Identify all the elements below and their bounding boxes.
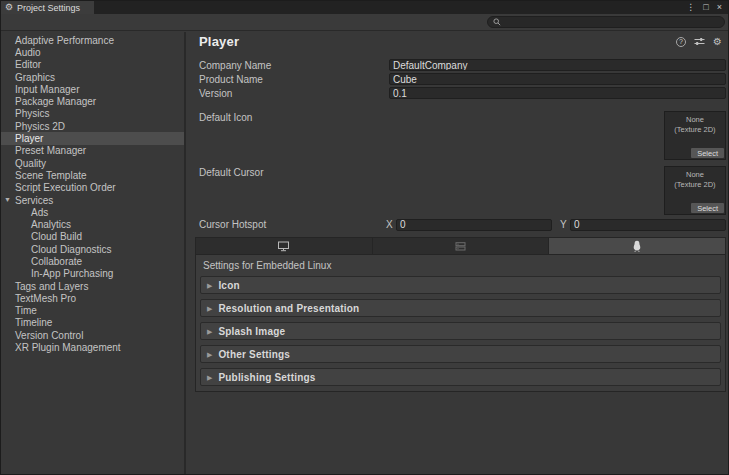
platform-tab-dedicated-server[interactable] (373, 238, 550, 254)
sidebar-item-analytics[interactable]: Analytics (1, 218, 184, 230)
field-row-version: Version (199, 86, 726, 100)
search-box[interactable] (487, 16, 725, 28)
sidebar-item-input-manager[interactable]: Input Manager (1, 83, 184, 95)
sidebar-item-cloud-diagnostics[interactable]: Cloud Diagnostics (1, 243, 184, 255)
sidebar-item-label: TextMesh Pro (15, 293, 76, 304)
sidebar-item-label: Ads (31, 207, 48, 218)
platform-tab-embedded-linux[interactable] (549, 238, 725, 254)
sidebar-item-label: Scene Template (15, 170, 87, 181)
window-tab-project-settings[interactable]: ⚙ Project Settings (1, 1, 94, 14)
select-button[interactable]: Select (691, 203, 724, 213)
sidebar-item-quality[interactable]: Quality (1, 157, 184, 169)
field-label: Company Name (199, 60, 389, 71)
foldout-collapsed-icon: ▶ (207, 305, 212, 312)
sidebar-item-label: Time (15, 305, 37, 316)
sidebar-item-timeline[interactable]: Timeline (1, 317, 184, 329)
sidebar-item-label: Preset Manager (15, 145, 86, 156)
sidebar-item-label: In-App Purchasing (31, 268, 113, 279)
sidebar-item-version-control[interactable]: Version Control (1, 329, 184, 341)
sidebar-item-editor[interactable]: Editor (1, 59, 184, 71)
version-input[interactable] (389, 87, 726, 99)
sidebar-item-label: Services (15, 195, 53, 206)
default-cursor-label: Default Cursor (199, 167, 263, 178)
sidebar-item-label: Physics (15, 108, 49, 119)
section-icon[interactable]: ▶Icon (200, 276, 721, 294)
texture-none-value: None (Texture 2D) (665, 115, 725, 135)
sidebar-item-textmesh-pro[interactable]: TextMesh Pro (1, 292, 184, 304)
hotspot-y-group: Y (560, 219, 726, 231)
field-label: Version (199, 88, 389, 99)
sidebar-item-scene-template[interactable]: Scene Template (1, 169, 184, 181)
player-text-fields: Company NameProduct NameVersion (199, 58, 726, 100)
section-label: Other Settings (218, 349, 290, 360)
hotspot-y-input[interactable] (570, 219, 726, 231)
section-resolution-and-presentation[interactable]: ▶Resolution and Presentation (200, 299, 721, 317)
sidebar-item-xr-plugin-management[interactable]: XR Plugin Management (1, 341, 184, 353)
sidebar-item-services[interactable]: ▼Services (1, 194, 184, 206)
titlebar: ⚙ Project Settings ⋮ □ × (1, 1, 728, 14)
sidebar-item-time[interactable]: Time (1, 305, 184, 317)
panel-header: Player ? ⚙ (199, 33, 722, 50)
platform-tab-desktop[interactable] (196, 238, 373, 254)
foldout-expanded-icon[interactable]: ▼ (4, 196, 11, 203)
sidebar-item-label: Collaborate (31, 256, 82, 267)
sidebar-item-label: Version Control (15, 330, 83, 341)
window-controls: ⋮ □ × (686, 1, 728, 14)
sidebar-item-collaborate[interactable]: Collaborate (1, 255, 184, 267)
maximize-icon[interactable]: □ (703, 3, 708, 12)
sidebar-item-label: Player (15, 133, 43, 144)
close-icon[interactable]: × (717, 3, 722, 12)
help-icon[interactable]: ? (676, 37, 686, 47)
default-icon-texture-box[interactable]: None (Texture 2D) Select (664, 111, 726, 160)
cursor-hotspot-label: Cursor Hotspot (199, 219, 386, 230)
foldout-collapsed-icon: ▶ (207, 374, 212, 381)
sidebar-item-script-execution-order[interactable]: Script Execution Order (1, 182, 184, 194)
company-name-input[interactable] (389, 59, 726, 71)
field-row-company-name: Company Name (199, 58, 726, 72)
sidebar-item-physics-2d[interactable]: Physics 2D (1, 120, 184, 132)
section-splash-image[interactable]: ▶Splash Image (200, 322, 721, 340)
kebab-menu-icon[interactable]: ⋮ (686, 3, 695, 12)
sections-list: ▶Icon▶Resolution and Presentation▶Splash… (200, 276, 721, 386)
sidebar-item-physics[interactable]: Physics (1, 108, 184, 120)
sidebar-item-label: XR Plugin Management (15, 342, 121, 353)
default-cursor-texture-box[interactable]: None (Texture 2D) Select (664, 166, 726, 215)
sidebar-item-adaptive-performance[interactable]: Adaptive Performance (1, 34, 184, 46)
section-publishing-settings[interactable]: ▶Publishing Settings (200, 368, 721, 386)
sidebar-item-label: Cloud Diagnostics (31, 244, 112, 255)
field-label: Product Name (199, 74, 389, 85)
sidebar-item-ads[interactable]: Ads (1, 206, 184, 218)
hotspot-x-input[interactable] (396, 219, 552, 231)
sidebar-item-cloud-build[interactable]: Cloud Build (1, 231, 184, 243)
texture-none-value: None (Texture 2D) (665, 170, 725, 190)
desktop-icon (277, 241, 290, 252)
sidebar-item-in-app-purchasing[interactable]: In-App Purchasing (1, 268, 184, 280)
sidebar-item-label: Adaptive Performance (15, 35, 114, 46)
sidebar-item-audio[interactable]: Audio (1, 46, 184, 58)
sidebar-item-label: Audio (15, 47, 41, 58)
sidebar-item-player[interactable]: Player (1, 132, 184, 144)
sidebar-item-label: Script Execution Order (15, 182, 116, 193)
field-row-product-name: Product Name (199, 72, 726, 86)
sidebar-item-label: Graphics (15, 72, 55, 83)
product-name-input[interactable] (389, 73, 726, 85)
gear-icon: ⚙ (5, 3, 13, 12)
sidebar-item-tags-and-layers[interactable]: Tags and Layers (1, 280, 184, 292)
sidebar-item-preset-manager[interactable]: Preset Manager (1, 145, 184, 157)
presets-icon[interactable] (694, 37, 705, 46)
section-other-settings[interactable]: ▶Other Settings (200, 345, 721, 363)
select-button[interactable]: Select (691, 148, 724, 158)
window-body: Adaptive PerformanceAudioEditorGraphicsI… (1, 32, 728, 474)
sidebar-item-graphics[interactable]: Graphics (1, 71, 184, 83)
sidebar-item-label: Tags and Layers (15, 281, 88, 292)
search-input[interactable] (504, 17, 719, 27)
gear-icon[interactable]: ⚙ (713, 37, 722, 47)
hotspot-x-group: X (386, 219, 552, 231)
sidebar-item-label: Analytics (31, 219, 71, 230)
embedded-linux-icon (632, 240, 642, 252)
toolbar (1, 14, 728, 31)
settings-for-header: Settings for Embedded Linux (203, 260, 721, 271)
section-label: Splash Image (218, 326, 285, 337)
sidebar-item-label: Timeline (15, 317, 52, 328)
sidebar-item-package-manager[interactable]: Package Manager (1, 95, 184, 107)
